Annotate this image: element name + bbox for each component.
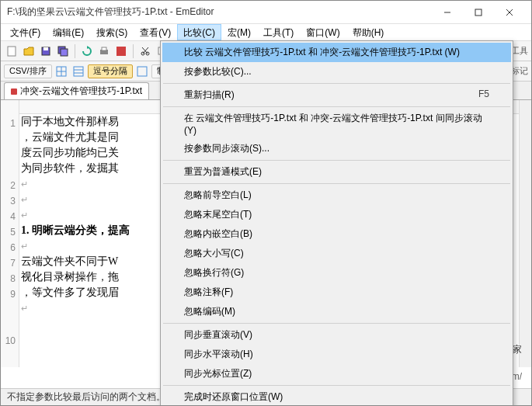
- menu-比较(C)[interactable]: 比较(C): [177, 24, 221, 40]
- open-file-icon[interactable]: [21, 43, 37, 59]
- menu-帮助(H)[interactable]: 帮助(H): [346, 24, 391, 40]
- svg-rect-11: [116, 47, 126, 56]
- menu-separator: [163, 183, 510, 184]
- menu-item[interactable]: 忽略编码(M): [162, 302, 511, 321]
- grid2-icon[interactable]: [71, 64, 86, 79]
- svg-line-14: [143, 47, 148, 54]
- svg-rect-26: [137, 67, 147, 76]
- csv-sort-button[interactable]: CSV/排序: [4, 64, 52, 78]
- line-number: 8: [1, 271, 16, 286]
- line-number: 2: [1, 178, 16, 193]
- print-icon[interactable]: [96, 43, 112, 59]
- line-number: 1: [1, 116, 16, 131]
- tab-label: 冲突-云端文件管理技巧-1P.txt: [20, 85, 142, 98]
- vertical-scrollbar[interactable]: [519, 100, 531, 367]
- menu-item[interactable]: 忽略内嵌空白(B): [162, 224, 511, 244]
- menu-item[interactable]: 在 云端文件管理技巧-1P.txt 和 冲突-云端文件管理技巧-1P.txt 间…: [162, 109, 511, 139]
- menu-item[interactable]: 忽略前导空白(L): [162, 186, 511, 205]
- menu-item[interactable]: 比较 云端文件管理技巧-1P.txt 和 冲突-云端文件管理技巧-1P.txt …: [162, 43, 511, 62]
- menu-separator: [163, 323, 510, 324]
- menu-搜索(S)[interactable]: 搜索(S): [90, 24, 134, 40]
- maximize-button[interactable]: [463, 2, 494, 23]
- new-file-icon[interactable]: [4, 43, 19, 59]
- tools-label: 工具: [511, 45, 528, 57]
- line-number: [1, 302, 16, 318]
- grid-icon[interactable]: [54, 64, 69, 79]
- menu-separator: [163, 106, 510, 107]
- menu-item[interactable]: 忽略大小写(C): [162, 244, 511, 263]
- save-all-icon[interactable]: [55, 43, 71, 59]
- menu-item[interactable]: 重新扫描(R)F5: [162, 85, 511, 105]
- svg-line-15: [142, 47, 148, 54]
- menu-item[interactable]: 同步垂直滚动(V): [162, 325, 511, 345]
- line-number: 5: [1, 224, 16, 240]
- line-number: [1, 162, 16, 178]
- menu-编辑(E)[interactable]: 编辑(E): [47, 24, 90, 40]
- minimize-button[interactable]: [432, 2, 463, 23]
- svg-rect-1: [475, 9, 482, 16]
- menu-item[interactable]: 忽略注释(F): [162, 283, 511, 302]
- menu-item[interactable]: 完成时还原窗口位置(W): [162, 387, 511, 406]
- comma-sep-button[interactable]: 逗号分隔: [88, 64, 133, 78]
- app-icon[interactable]: [113, 43, 129, 59]
- svg-rect-4: [8, 47, 16, 56]
- svg-rect-10: [102, 47, 106, 50]
- cut-icon[interactable]: [137, 43, 153, 59]
- line-number: 3: [1, 193, 16, 209]
- menu-文件(F)[interactable]: 文件(F): [4, 24, 47, 40]
- line-number: [1, 131, 16, 147]
- compare-menu-dropdown: 比较 云端文件管理技巧-1P.txt 和 冲突-云端文件管理技巧-1P.txt …: [160, 40, 513, 406]
- line-number: 4: [1, 209, 16, 224]
- menu-separator: [163, 160, 510, 161]
- toolbar-separator: [75, 44, 75, 58]
- menu-separator: [163, 385, 510, 386]
- reload-icon[interactable]: [79, 43, 95, 59]
- line-gutter: 12345678910: [1, 100, 19, 367]
- menu-item[interactable]: 同步光标位置(Z): [162, 364, 511, 383]
- menu-item[interactable]: 重置为普通模式(E): [162, 162, 511, 182]
- line-number: 9: [1, 286, 16, 302]
- line-number: 10: [1, 333, 16, 349]
- menu-查看(V)[interactable]: 查看(V): [134, 24, 177, 40]
- menu-item[interactable]: 忽略换行符(G): [162, 263, 511, 283]
- line-number: 7: [1, 255, 16, 271]
- menu-item[interactable]: 按参数比较(C)...: [162, 62, 511, 82]
- close-button[interactable]: [494, 2, 525, 23]
- status-text: 不指定参数比较最后访问的两个文档。: [7, 390, 165, 404]
- window-title: F:\我的坚果云\云端文件管理技巧-1P.txt - EmEditor: [7, 5, 432, 19]
- save-icon[interactable]: [38, 43, 54, 59]
- line-number: 6: [1, 240, 16, 255]
- window-controls: [432, 2, 525, 23]
- title-bar: F:\我的坚果云\云端文件管理技巧-1P.txt - EmEditor: [1, 1, 531, 24]
- svg-rect-8: [61, 49, 68, 56]
- modified-dot-icon: [11, 88, 17, 95]
- toolbar-separator: [133, 44, 134, 58]
- grid3-icon[interactable]: [134, 64, 150, 79]
- menu-item[interactable]: 同步水平滚动(H): [162, 345, 511, 364]
- line-number: [1, 318, 16, 333]
- svg-rect-6: [43, 47, 48, 50]
- menu-窗口(W)[interactable]: 窗口(W): [300, 24, 346, 40]
- menu-separator: [163, 83, 510, 84]
- menu-item[interactable]: 忽略末尾空白(T): [162, 205, 511, 224]
- menu-宏(M)[interactable]: 宏(M): [221, 24, 257, 40]
- svg-rect-23: [74, 67, 83, 76]
- document-tab[interactable]: 冲突-云端文件管理技巧-1P.txt: [4, 82, 149, 99]
- menu-item[interactable]: 按参数同步滚动(S)...: [162, 139, 511, 158]
- marker-label: 标记: [511, 65, 528, 77]
- line-number: [1, 147, 16, 162]
- menu-bar: 文件(F)编辑(E)搜索(S)查看(V)比较(C)宏(M)工具(T)窗口(W)帮…: [1, 24, 531, 41]
- menu-工具(T)[interactable]: 工具(T): [257, 24, 300, 40]
